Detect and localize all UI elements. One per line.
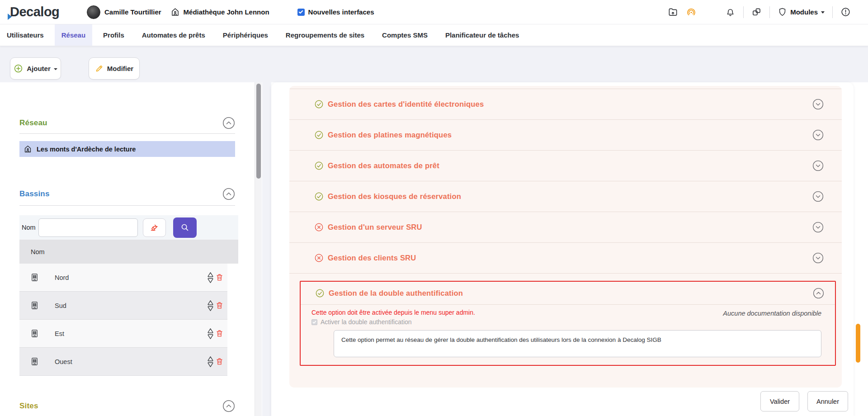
sidebar-scrollbar-handle[interactable] [256, 84, 261, 179]
accordion-item-platines-magnetiques[interactable]: Gestion des platines magnétiques [289, 120, 842, 151]
new-interfaces-toggle[interactable]: Nouvelles interfaces [297, 8, 374, 16]
move-up-icon[interactable] [207, 272, 214, 277]
user-avatar [87, 5, 100, 19]
content-gutter [262, 82, 271, 416]
new-interfaces-label: Nouvelles interfaces [308, 8, 374, 16]
delete-icon[interactable] [215, 329, 224, 338]
user-name: Camille Tourtillier [104, 8, 161, 16]
accordion-item-serveur-sru[interactable]: Gestion d'un serveur SRU [289, 212, 842, 243]
move-down-icon[interactable] [207, 306, 214, 312]
sidebar-scrollbar[interactable] [255, 82, 262, 416]
clear-search-button[interactable] [143, 218, 166, 237]
modules-menu[interactable]: Modules [778, 7, 825, 17]
accordion-item-label: Gestion des platines magnétiques [328, 131, 452, 139]
divider [19, 205, 235, 206]
move-down-icon[interactable] [207, 362, 214, 368]
accordion-item-label: Gestion des clients SRU [328, 254, 416, 262]
search-icon [180, 222, 190, 232]
logo-text: Decalog [7, 5, 59, 19]
accordion-item-clients-sru[interactable]: Gestion des clients SRU [289, 243, 842, 274]
basin-name: Est [55, 330, 64, 337]
move-up-icon[interactable] [207, 328, 214, 333]
new-interfaces-checkbox[interactable] [297, 9, 305, 16]
accordion-item-kiosques-reservation[interactable]: Gestion des kiosques de réservation [289, 181, 842, 212]
building-icon [30, 357, 39, 366]
move-down-icon[interactable] [207, 278, 214, 284]
tab-peripheriques[interactable]: Périphériques [216, 24, 275, 46]
search-button[interactable] [173, 217, 197, 238]
expand-chevron-icon[interactable] [812, 99, 824, 110]
page-scrollbar-handle[interactable] [856, 324, 860, 363]
notifications-bell-icon[interactable] [725, 7, 736, 17]
expand-chevron-icon[interactable] [812, 191, 824, 202]
basin-row-ouest[interactable]: Ouest [19, 348, 227, 376]
basins-section-title: Bassins [19, 189, 50, 199]
apps-links-icon[interactable] [751, 7, 762, 17]
folder-export-icon[interactable] [668, 7, 678, 17]
modules-label: Modules [790, 8, 818, 16]
network-selected-item[interactable]: Les monts d'Ardèche de lecture [19, 141, 235, 157]
pencil-icon [95, 64, 104, 73]
delete-icon[interactable] [215, 273, 224, 282]
move-down-icon[interactable] [207, 334, 214, 340]
no-documentation-note: Aucune documentation disponible [723, 310, 821, 317]
basins-search-input[interactable] [38, 218, 138, 237]
chevron-down-icon [54, 68, 57, 70]
building-icon [30, 301, 39, 310]
accordion-item-cartes-identite[interactable]: Gestion des cartes d'identité électroniq… [289, 89, 842, 120]
basins-search-bar: Nom [19, 215, 238, 240]
basin-row-sud[interactable]: Sud [19, 292, 227, 320]
current-user[interactable]: Camille Tourtillier [87, 5, 161, 19]
collapse-sites-icon[interactable] [222, 400, 235, 412]
tab-automates-de-prets[interactable]: Automates de prêts [135, 24, 212, 46]
basin-row-est[interactable]: Est [19, 320, 227, 348]
decalog-logo: Decalog [7, 5, 61, 19]
main-nav-tabs: Utilisateurs Réseau Profils Automates de… [0, 24, 868, 46]
double-auth-highlighted-section: Gestion de la double authentification Ce… [300, 281, 836, 366]
add-button[interactable]: Ajouter [10, 57, 61, 80]
building-icon [30, 329, 39, 338]
live-assist-icon[interactable] [686, 7, 697, 18]
delete-icon[interactable] [215, 301, 224, 310]
search-field-label: Nom [22, 224, 36, 231]
accordion-item-label: Gestion des kiosques de réservation [328, 192, 461, 201]
cancel-button[interactable]: Annuler [807, 391, 848, 411]
delete-icon[interactable] [215, 357, 224, 366]
sites-section-title: Sites [19, 402, 38, 411]
check-circle-icon [314, 192, 324, 201]
basin-row-nord[interactable]: Nord [19, 264, 227, 292]
header-divider [743, 6, 744, 18]
activate-double-auth-checkbox[interactable] [311, 319, 317, 325]
tab-regroupements-de-sites[interactable]: Regroupements de sites [279, 24, 371, 46]
basins-table-header: Nom [19, 240, 238, 264]
current-library[interactable]: Médiathèque John Lennon [170, 7, 269, 17]
expand-chevron-icon[interactable] [812, 129, 824, 141]
library-name: Médiathèque John Lennon [184, 8, 269, 16]
network-settings-card: Gestion des cartes d'identité électroniq… [271, 82, 854, 416]
accordion-item-automates-de-pret[interactable]: Gestion des automates de prêt [289, 151, 842, 181]
basin-name: Sud [55, 302, 66, 309]
tab-reseau[interactable]: Réseau [55, 24, 92, 46]
check-circle-icon [314, 161, 324, 170]
move-up-icon[interactable] [207, 300, 214, 305]
info-icon[interactable] [840, 7, 851, 17]
collapse-chevron-icon[interactable] [813, 288, 824, 299]
tab-utilisateurs[interactable]: Utilisateurs [0, 24, 51, 46]
collapse-basins-icon[interactable] [222, 188, 235, 200]
move-up-icon[interactable] [207, 356, 214, 361]
top-header: Decalog Camille Tourtillier Médiathèque … [0, 0, 868, 24]
expand-chevron-icon[interactable] [812, 160, 824, 171]
expand-chevron-icon[interactable] [812, 222, 824, 233]
tab-profils[interactable]: Profils [96, 24, 131, 46]
expand-chevron-icon[interactable] [812, 252, 824, 264]
tab-comptes-sms[interactable]: Comptes SMS [375, 24, 434, 46]
validate-button[interactable]: Valider [760, 391, 799, 411]
settings-accordion-panel: Gestion des cartes d'identité électroniq… [289, 86, 842, 388]
edit-button[interactable]: Modifier [89, 57, 140, 80]
header-icon-group: Modules [668, 6, 851, 18]
accordion-item-double-authentification[interactable]: Gestion de la double authentification [301, 282, 835, 305]
double-auth-description-box[interactable]: Cette option permet au réseau de gérer l… [334, 330, 821, 357]
tab-planificateur-de-taches[interactable]: Planificateur de tâches [439, 24, 526, 46]
activate-double-auth-label: Activer la double authentification [321, 318, 412, 326]
collapse-network-icon[interactable] [222, 117, 235, 129]
